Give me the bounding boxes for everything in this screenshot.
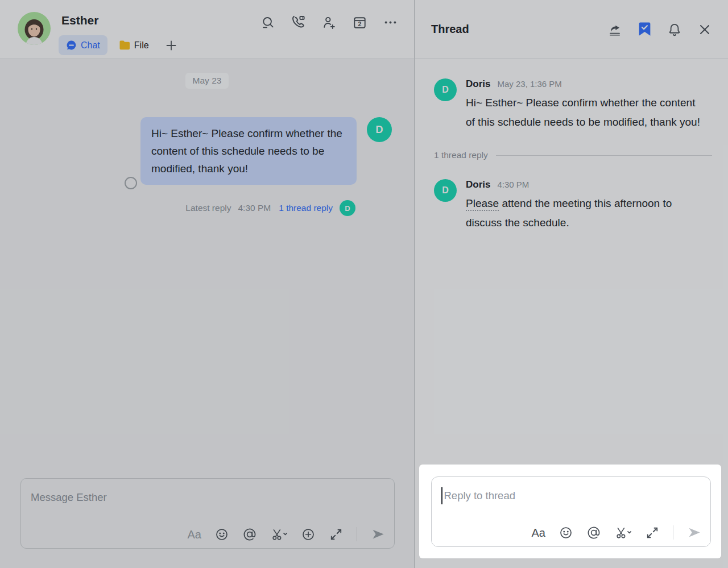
- reply-toolbar: Aa: [532, 525, 702, 540]
- message-timestamp: May 23, 1:36 PM: [497, 79, 561, 89]
- page-title: Esther: [61, 14, 98, 27]
- bookmark-check-icon: [638, 22, 652, 37]
- author-name: Doris: [466, 78, 490, 90]
- emoji-button[interactable]: [559, 525, 573, 540]
- chat-header: Esther Chat: [0, 0, 414, 59]
- thread-header-actions: [607, 22, 712, 37]
- thread-reply-message: D Doris 4:30 PM Please attend the meetin…: [434, 179, 712, 233]
- latest-reply-time: 4:30 PM: [238, 203, 271, 213]
- toolbar-divider: [673, 525, 673, 540]
- calendar-button[interactable]: 2: [352, 15, 367, 30]
- search-icon: [260, 15, 275, 30]
- avatar-photo: [18, 12, 51, 45]
- bell-icon: [667, 22, 682, 37]
- spotlight-highlight: Reply to thread Aa: [419, 465, 721, 558]
- message-composer[interactable]: Message Esther Aa: [20, 478, 395, 549]
- reply-input[interactable]: Reply to thread: [441, 486, 515, 505]
- close-button[interactable]: [697, 22, 712, 37]
- divider-line: [496, 155, 712, 156]
- search-button[interactable]: [260, 15, 275, 30]
- calendar-badge: 2: [358, 20, 362, 27]
- send-icon: [686, 525, 702, 540]
- screenshot-button[interactable]: [270, 527, 288, 541]
- video-call-icon: [291, 15, 306, 30]
- author-avatar[interactable]: D: [434, 179, 457, 202]
- more-button[interactable]: [383, 15, 398, 30]
- chevron-down-icon: [284, 533, 287, 535]
- expand-button[interactable]: [329, 527, 344, 542]
- date-divider: May 23: [185, 73, 229, 89]
- avatar[interactable]: [18, 12, 51, 45]
- message-input[interactable]: Message Esther: [31, 488, 107, 507]
- message-bubble[interactable]: Hi~ Esther~ Please confirm whether the c…: [140, 117, 357, 185]
- reply-author-avatar[interactable]: D: [340, 200, 355, 216]
- reply-input-placeholder: Reply to thread: [444, 490, 515, 502]
- scissors-icon: [270, 527, 288, 541]
- chat-panel: Esther Chat: [0, 0, 415, 568]
- expand-icon: [645, 525, 660, 540]
- text-format-icon: Aa: [188, 529, 201, 540]
- add-tab-button[interactable]: [165, 39, 177, 52]
- calendar-icon: 2: [352, 15, 367, 30]
- latest-reply-label: Latest reply: [185, 203, 231, 213]
- send-button[interactable]: [370, 526, 386, 542]
- thread-reply-meta: Latest reply 4:30 PM 1 thread reply D: [0, 200, 414, 216]
- message-text: Hi~ Esther~ Please confirm whether the c…: [466, 93, 705, 132]
- text-caret: [441, 487, 442, 504]
- chat-header-actions: 2: [260, 15, 398, 30]
- mention-button[interactable]: [586, 525, 601, 540]
- video-call-button[interactable]: [291, 15, 306, 30]
- expand-button[interactable]: [645, 525, 660, 540]
- app-window: Esther Chat: [0, 0, 728, 568]
- add-member-icon: [321, 15, 337, 30]
- tab-file[interactable]: File: [119, 35, 149, 55]
- share-button[interactable]: [607, 22, 622, 37]
- thread-root-message: D Doris May 23, 1:36 PM Hi~ Esther~ Plea…: [434, 78, 712, 132]
- emoji-icon: [559, 525, 573, 540]
- mention-icon: [586, 525, 601, 540]
- format-button[interactable]: Aa: [532, 527, 545, 538]
- thread-message-list: D Doris May 23, 1:36 PM Hi~ Esther~ Plea…: [415, 59, 728, 233]
- expand-icon: [329, 527, 344, 542]
- mention-icon: [242, 527, 257, 542]
- toolbar-divider: [357, 527, 357, 541]
- thread-reply-composer[interactable]: Reply to thread Aa: [431, 476, 711, 547]
- notifications-button[interactable]: [667, 22, 682, 37]
- conversation-tabs: Chat File: [59, 35, 177, 55]
- author-avatar[interactable]: D: [434, 78, 457, 101]
- mention-button[interactable]: [242, 527, 257, 542]
- message-select-circle[interactable]: [125, 177, 137, 189]
- format-button[interactable]: Aa: [188, 529, 201, 540]
- share-icon: [607, 22, 622, 37]
- chat-bubble-icon: [66, 40, 77, 51]
- scissors-icon: [614, 525, 632, 540]
- author-name: Doris: [466, 179, 490, 190]
- send-icon: [370, 526, 386, 542]
- more-icon: [383, 15, 398, 30]
- thread-reply-link[interactable]: 1 thread reply: [279, 203, 333, 213]
- send-button[interactable]: [686, 525, 702, 540]
- message-row: Hi~ Esther~ Please confirm whether the c…: [0, 117, 414, 185]
- tab-chat[interactable]: Chat: [59, 35, 107, 55]
- close-icon: [697, 22, 712, 37]
- thread-reply-count-divider: 1 thread reply: [434, 150, 712, 160]
- message-input-placeholder: Message Esther: [31, 491, 107, 504]
- thread-title: Thread: [431, 23, 469, 36]
- chevron-down-icon: [628, 532, 631, 533]
- attach-button[interactable]: [301, 527, 316, 542]
- underlined-word: Please: [466, 197, 499, 211]
- screenshot-button[interactable]: [614, 525, 632, 540]
- folder-icon: [119, 40, 130, 50]
- emoji-button[interactable]: [214, 527, 229, 542]
- tab-chat-label: Chat: [81, 40, 100, 51]
- emoji-icon: [214, 527, 229, 542]
- plus-circle-icon: [301, 527, 316, 542]
- thread-header: Thread: [415, 0, 728, 59]
- text-format-icon: Aa: [532, 527, 545, 538]
- message-text: Hi~ Esther~ Please confirm whether the c…: [151, 127, 342, 175]
- subscribe-button[interactable]: [638, 22, 652, 37]
- plus-icon: [165, 39, 177, 52]
- add-member-button[interactable]: [321, 15, 337, 30]
- composer-toolbar: Aa: [188, 526, 386, 542]
- sender-avatar[interactable]: D: [367, 117, 392, 142]
